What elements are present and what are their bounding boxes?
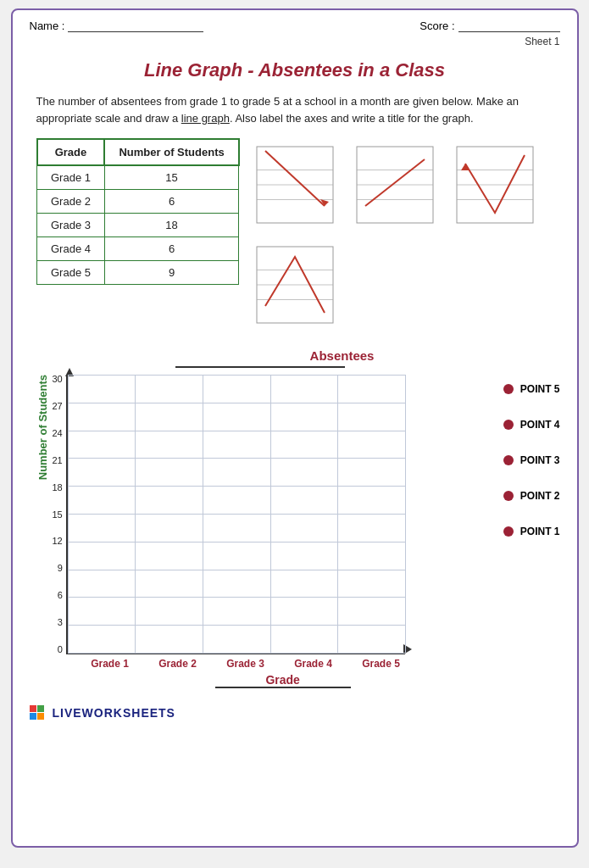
legend-label: POINT 2 <box>520 490 560 502</box>
students-cell: 9 <box>104 261 238 285</box>
y-tick-label: 18 <box>53 483 63 492</box>
brand-label: LIVEWORKSHEETS <box>53 706 175 720</box>
x-axis-label: Grade 2 <box>144 658 212 670</box>
grade-cell: Grade 4 <box>37 237 105 261</box>
header-row: Name : Score : <box>13 10 577 36</box>
legend-label: POINT 1 <box>520 526 560 537</box>
x-axis-title-underline <box>215 687 351 688</box>
v-gridline <box>270 375 271 653</box>
h-gridline <box>68 570 405 570</box>
graph-grid <box>66 375 405 654</box>
table-row: Grade 26 <box>37 190 239 214</box>
grade-cell: Grade 5 <box>37 261 105 285</box>
legend-label: POINT 5 <box>520 383 560 395</box>
graph-title: Absentees <box>125 348 560 363</box>
sq4 <box>37 713 44 720</box>
mini-graphs <box>248 138 560 331</box>
y-tick-label: 0 <box>58 645 63 654</box>
x-axis-label: Grade 3 <box>212 658 280 670</box>
v-gridline <box>135 375 136 653</box>
legend-dot <box>503 526 514 537</box>
v-gridline <box>68 375 69 653</box>
v-gridline <box>203 375 203 653</box>
y-tick-label: 12 <box>53 537 63 546</box>
legend-item: POINT 2 <box>503 490 560 502</box>
footer: LIVEWORKSHEETS <box>13 697 577 720</box>
y-tick-label: 15 <box>53 510 63 520</box>
score-label: Score : <box>420 19 454 32</box>
mini-graph-3 <box>448 138 542 231</box>
y-tick-label: 24 <box>53 429 63 438</box>
mini-graph-4 <box>248 238 342 331</box>
col-grade-header: Grade <box>37 139 105 165</box>
mini-graph-2 <box>348 138 442 231</box>
h-gridline <box>68 514 405 515</box>
v-gridline <box>405 375 406 653</box>
h-gridline <box>68 653 405 654</box>
students-cell: 6 <box>104 190 238 214</box>
sq2 <box>37 705 44 712</box>
graph-title-underline <box>175 366 345 368</box>
worksheet-page: Name : Score : Sheet 1 Line Graph - Abse… <box>11 8 579 848</box>
score-underline[interactable] <box>458 19 560 32</box>
h-gridline <box>68 542 405 542</box>
sq1 <box>30 705 36 712</box>
h-gridline <box>68 458 405 459</box>
graph-section: Absentees Number of Students 03691215182… <box>13 340 577 697</box>
legend-item: POINT 4 <box>503 419 560 431</box>
content-area: Grade Number of Students Grade 115Grade … <box>13 138 577 340</box>
x-axis-title: Grade <box>76 673 490 687</box>
legend-dot <box>503 491 514 501</box>
legend-item: POINT 1 <box>503 526 560 537</box>
page-title: Line Graph - Absentees in a Class <box>13 51 577 93</box>
h-gridline <box>68 625 405 626</box>
table-row: Grade 46 <box>37 237 239 261</box>
y-tick-label: 3 <box>58 618 63 627</box>
h-gridline <box>68 403 405 403</box>
h-gridline <box>68 597 405 598</box>
col-students-header: Number of Students <box>104 139 238 165</box>
score-field: Score : <box>420 19 559 32</box>
graph-inner: 036912151821242730 Grade 1Grade 2Grade 3… <box>53 375 490 688</box>
description: The number of absentees from grade 1 to … <box>13 93 577 138</box>
legend-item: POINT 3 <box>503 454 560 466</box>
students-cell: 6 <box>104 237 238 261</box>
x-axis-label: Grade 5 <box>347 658 415 670</box>
table-row: Grade 115 <box>37 165 239 190</box>
grade-cell: Grade 1 <box>37 165 105 190</box>
h-gridline <box>68 486 405 487</box>
students-cell: 15 <box>104 165 238 190</box>
legend-area: POINT 5POINT 4POINT 3POINT 2POINT 1 <box>490 375 560 537</box>
graph-plot-area: 036912151821242730 <box>53 375 490 654</box>
h-gridline <box>68 375 405 376</box>
h-gridline <box>68 431 405 431</box>
name-label: Name : <box>30 19 65 32</box>
sheet-label: Sheet 1 <box>13 36 577 47</box>
y-tick-label: 6 <box>58 591 63 600</box>
data-table: Grade Number of Students Grade 115Grade … <box>36 138 240 285</box>
table-row: Grade 59 <box>37 261 239 285</box>
grade-cell: Grade 3 <box>37 214 105 237</box>
sq3 <box>30 713 36 720</box>
legend-dot <box>503 420 514 430</box>
y-tick-label: 27 <box>53 402 63 411</box>
y-ticks: 036912151821242730 <box>53 375 63 654</box>
lw-squares <box>30 705 44 720</box>
legend-dot <box>503 384 514 394</box>
lw-logo <box>30 705 47 720</box>
legend-dot <box>503 455 514 465</box>
x-labels: Grade 1Grade 2Grade 3Grade 4Grade 5 <box>76 654 415 670</box>
name-underline[interactable] <box>68 19 203 32</box>
grade-cell: Grade 2 <box>37 190 105 214</box>
legend-label: POINT 3 <box>520 454 560 466</box>
y-tick-label: 9 <box>58 564 63 573</box>
legend-item: POINT 5 <box>503 383 560 395</box>
mini-graph-1 <box>248 138 342 231</box>
v-gridline <box>337 375 338 653</box>
y-tick-label: 21 <box>53 456 63 465</box>
x-axis-label: Grade 1 <box>76 658 144 670</box>
y-axis-label: Number of Students <box>36 375 49 480</box>
name-field: Name : <box>30 19 204 32</box>
y-tick-label: 30 <box>53 375 63 384</box>
table-row: Grade 318 <box>37 214 239 237</box>
